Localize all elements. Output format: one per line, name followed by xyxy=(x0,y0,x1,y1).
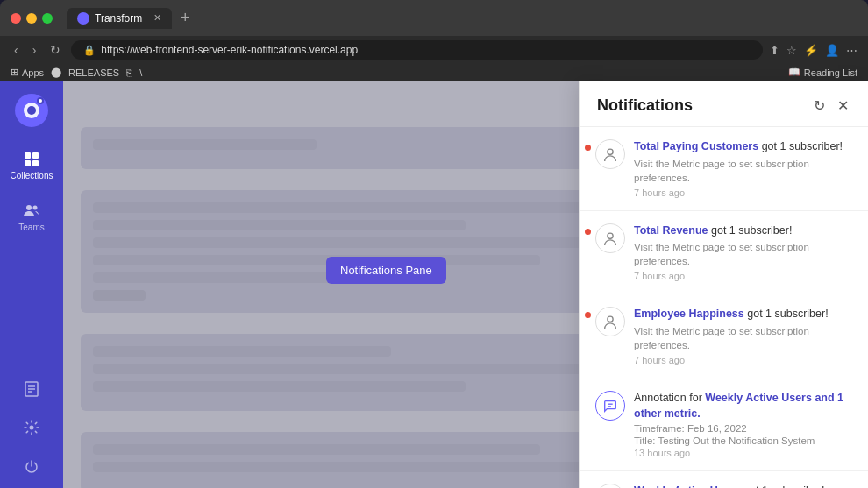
notif-sub-2: Visit the Metric page to set subscriptio… xyxy=(634,240,852,268)
sidebar-item-collections[interactable]: Collections xyxy=(5,143,58,187)
notifications-refresh-button[interactable]: ↻ xyxy=(812,95,827,116)
notif-suffix-2: got 1 subscriber! xyxy=(708,224,793,237)
settings-icon xyxy=(23,419,40,436)
notif-body-3: Employee Happiness got 1 subscriber! Vis… xyxy=(634,307,852,365)
notif-avatar-4 xyxy=(595,391,625,421)
reading-list-label: Reading List xyxy=(804,67,857,78)
notif-meta-timeframe: Timeframe: Feb 16, 2022 xyxy=(634,423,852,434)
reading-list-icon: 📖 xyxy=(788,67,800,78)
notif-highlight-2: Total Revenue xyxy=(634,224,708,237)
notifications-header-actions: ↻ ✕ xyxy=(812,95,850,116)
sidebar-settings-button[interactable] xyxy=(16,412,47,448)
svg-rect-3 xyxy=(32,152,39,159)
slash-label: \ xyxy=(139,67,142,78)
notif-highlight-1: Total Paying Customers xyxy=(634,140,758,152)
url-text: https://web-frontend-server-erik-notific… xyxy=(101,44,358,56)
slash-bookmark[interactable]: \ xyxy=(139,67,142,78)
notif-text-5: Weekly Active Users got 1 subscriber! xyxy=(634,484,852,488)
sidebar-power-button[interactable] xyxy=(16,451,47,487)
power-icon xyxy=(23,458,40,476)
lock-icon: 🔒 xyxy=(83,45,96,56)
notifications-close-button[interactable]: ✕ xyxy=(836,95,850,116)
user-icon-3 xyxy=(602,314,618,329)
releases-bookmark[interactable]: RELEASES xyxy=(68,67,119,78)
copy-icon: ⎘ xyxy=(126,67,132,78)
unread-dot-1 xyxy=(585,145,591,151)
unread-dot-2 xyxy=(585,229,591,235)
forward-button[interactable]: › xyxy=(29,41,40,59)
notification-item-4[interactable]: Annotation for Weekly Active Users and 1… xyxy=(580,378,868,471)
notifications-list: Total Paying Customers got 1 subscriber!… xyxy=(580,127,868,488)
github-icon[interactable]: ⬤ xyxy=(51,67,61,78)
logo-dot xyxy=(37,97,44,104)
tab-favicon xyxy=(77,12,89,25)
collections-icon xyxy=(23,150,40,167)
svg-point-7 xyxy=(33,206,38,210)
notification-item-1[interactable]: Total Paying Customers got 1 subscriber!… xyxy=(580,127,868,211)
tab-title: Transform xyxy=(95,12,142,25)
maximize-window-button[interactable] xyxy=(42,13,53,24)
svg-point-1 xyxy=(27,106,36,115)
notif-body-5: Weekly Active Users got 1 subscriber! Vi… xyxy=(634,484,852,488)
notification-item-5[interactable]: Weekly Active Users got 1 subscriber! Vi… xyxy=(580,471,868,488)
app-logo[interactable] xyxy=(15,94,48,127)
collections-label: Collections xyxy=(11,171,53,180)
sidebar-item-teams[interactable]: Teams xyxy=(5,194,58,239)
notif-avatar-5 xyxy=(595,484,625,488)
svg-point-14 xyxy=(608,233,613,238)
address-bar-actions: ⬆ ☆ ⚡ 👤 ⋯ xyxy=(770,44,857,57)
copy-bookmark[interactable]: ⎘ xyxy=(126,67,132,78)
notif-highlight-5: Weekly Active Users xyxy=(634,484,741,488)
notif-suffix-3: got 1 subscriber! xyxy=(744,308,829,320)
svg-point-13 xyxy=(608,149,613,154)
sidebar-reports-button[interactable] xyxy=(16,372,47,408)
share-icon[interactable]: ⬆ xyxy=(770,44,779,57)
minimize-window-button[interactable] xyxy=(26,13,37,24)
back-button[interactable]: ‹ xyxy=(11,41,22,59)
svg-point-15 xyxy=(608,317,613,322)
new-tab-button[interactable]: + xyxy=(175,7,196,29)
annotation-icon xyxy=(602,398,618,414)
notif-time-4: 13 hours ago xyxy=(634,448,852,458)
notif-prefix-4: Annotation for xyxy=(634,392,705,404)
notif-highlight-3: Employee Happiness xyxy=(634,308,744,320)
close-window-button[interactable] xyxy=(11,13,21,24)
svg-rect-2 xyxy=(25,152,31,159)
refresh-button[interactable]: ↻ xyxy=(46,41,64,59)
tab-bar: Transform ✕ + xyxy=(67,7,857,29)
apps-icon: ⊞ xyxy=(11,67,18,78)
notif-suffix-1: got 1 subscriber! xyxy=(758,140,843,152)
notif-avatar-1 xyxy=(595,139,625,169)
sidebar-bottom xyxy=(16,372,47,487)
tooltip-label: Notifications Pane xyxy=(326,257,446,284)
notif-sub-1: Visit the Metric page to set subscriptio… xyxy=(634,157,852,185)
notification-item-2[interactable]: Total Revenue got 1 subscriber! Visit th… xyxy=(580,211,868,295)
apps-bookmark[interactable]: ⊞ Apps xyxy=(11,67,44,78)
active-browser-tab[interactable]: Transform ✕ xyxy=(67,8,172,29)
apps-label: Apps xyxy=(22,67,44,78)
tab-close-button[interactable]: ✕ xyxy=(153,12,161,24)
profile-icon[interactable]: 👤 xyxy=(825,44,839,57)
user-icon-2 xyxy=(602,230,618,246)
teams-icon xyxy=(23,202,40,219)
url-bar[interactable]: 🔒 https://web-frontend-server-erik-notif… xyxy=(71,40,763,60)
notif-body-1: Total Paying Customers got 1 subscriber!… xyxy=(634,139,852,198)
releases-label: RELEASES xyxy=(68,67,119,78)
notif-time-3: 7 hours ago xyxy=(634,355,852,365)
svg-point-12 xyxy=(30,426,34,430)
notif-text-3: Employee Happiness got 1 subscriber! xyxy=(634,307,852,322)
app-container: Collections Teams xyxy=(0,81,868,488)
menu-icon[interactable]: ⋯ xyxy=(846,44,857,57)
traffic-lights xyxy=(11,13,53,24)
notifications-header: Notifications ↻ ✕ xyxy=(580,81,868,127)
reading-list-button[interactable]: 📖 Reading List xyxy=(788,67,857,78)
notif-body-2: Total Revenue got 1 subscriber! Visit th… xyxy=(634,223,852,282)
extensions-icon[interactable]: ⚡ xyxy=(804,44,818,57)
notif-body-4: Annotation for Weekly Active Users and 1… xyxy=(634,391,852,458)
bookmark-icon[interactable]: ☆ xyxy=(786,44,797,57)
notif-text-1: Total Paying Customers got 1 subscriber! xyxy=(634,139,852,155)
notif-time-1: 7 hours ago xyxy=(634,187,852,198)
notif-avatar-3 xyxy=(595,307,625,336)
svg-point-6 xyxy=(26,205,32,210)
notification-item-3[interactable]: Employee Happiness got 1 subscriber! Vis… xyxy=(580,294,868,378)
